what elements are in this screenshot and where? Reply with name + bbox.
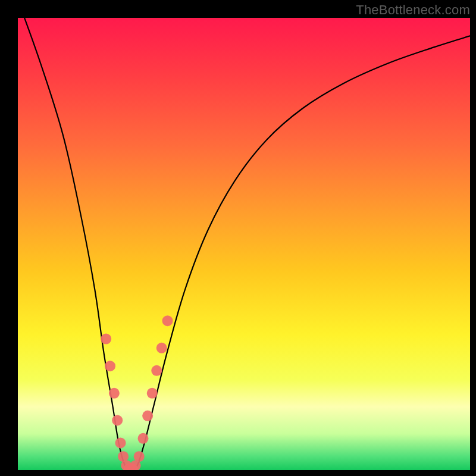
highlight-points [101, 315, 173, 470]
highlight-point [101, 334, 111, 345]
highlight-point [105, 361, 115, 371]
highlight-point [142, 411, 153, 421]
chart-svg [18, 18, 470, 470]
highlight-point [162, 315, 173, 326]
highlight-point [134, 451, 145, 462]
bottleneck-curve [18, 18, 470, 470]
plot-area [18, 18, 470, 470]
highlight-point [147, 388, 158, 399]
highlight-point [156, 343, 167, 353]
watermark-text: TheBottleneck.com [356, 2, 470, 18]
highlight-point [112, 415, 123, 425]
highlight-point [109, 388, 120, 399]
highlight-point [115, 437, 126, 448]
highlight-point [138, 433, 149, 444]
highlight-point [151, 365, 162, 376]
chart-frame: TheBottleneck.com [0, 0, 476, 476]
